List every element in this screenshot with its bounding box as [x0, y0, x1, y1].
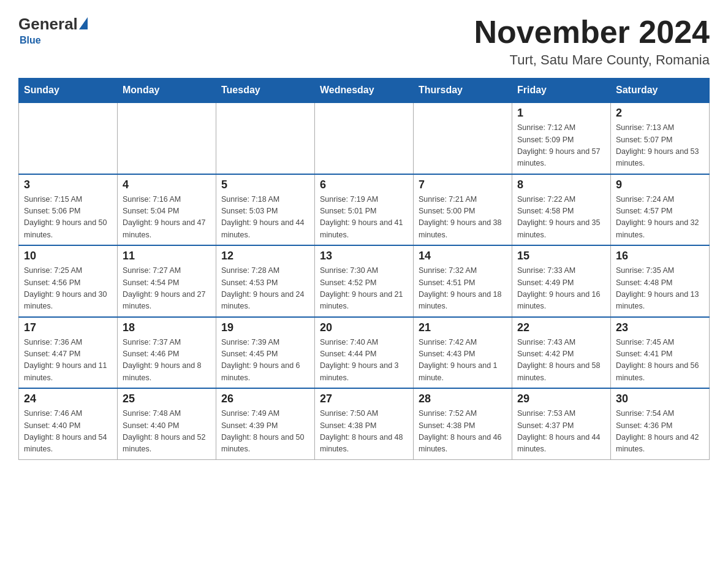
calendar-cell: 29Sunrise: 7:53 AMSunset: 4:37 PMDayligh…: [512, 388, 611, 459]
calendar-cell: 22Sunrise: 7:43 AMSunset: 4:42 PMDayligh…: [512, 317, 611, 389]
week-row-1: 1Sunrise: 7:12 AMSunset: 5:09 PMDaylight…: [19, 102, 710, 174]
day-info: Sunrise: 7:15 AMSunset: 5:06 PMDaylight:…: [24, 194, 112, 242]
day-info: Sunrise: 7:53 AMSunset: 4:37 PMDaylight:…: [517, 408, 605, 456]
day-number: 5: [221, 178, 309, 191]
day-info: Sunrise: 7:45 AMSunset: 4:41 PMDaylight:…: [616, 337, 704, 385]
day-number: 25: [123, 393, 211, 405]
day-number: 24: [24, 393, 112, 405]
calendar-header-thursday: Thursday: [414, 79, 512, 103]
calendar-cell: 23Sunrise: 7:45 AMSunset: 4:41 PMDayligh…: [611, 317, 710, 389]
calendar-cell: 12Sunrise: 7:28 AMSunset: 4:53 PMDayligh…: [216, 245, 315, 317]
day-info: Sunrise: 7:33 AMSunset: 4:49 PMDaylight:…: [517, 265, 605, 313]
day-info: Sunrise: 7:48 AMSunset: 4:40 PMDaylight:…: [123, 408, 211, 456]
calendar-cell: 19Sunrise: 7:39 AMSunset: 4:45 PMDayligh…: [216, 317, 315, 389]
calendar-cell: 30Sunrise: 7:54 AMSunset: 4:36 PMDayligh…: [611, 388, 710, 459]
day-info: Sunrise: 7:30 AMSunset: 4:52 PMDaylight:…: [320, 265, 408, 313]
day-number: 3: [24, 178, 112, 191]
day-info: Sunrise: 7:49 AMSunset: 4:39 PMDaylight:…: [221, 408, 309, 456]
calendar-cell: [315, 102, 414, 174]
calendar-cell: 21Sunrise: 7:42 AMSunset: 4:43 PMDayligh…: [414, 317, 512, 389]
day-number: 7: [419, 178, 507, 191]
calendar-header-monday: Monday: [118, 79, 216, 103]
day-number: 6: [320, 178, 408, 191]
day-number: 18: [123, 321, 211, 334]
calendar-header-wednesday: Wednesday: [315, 79, 414, 103]
calendar-cell: 6Sunrise: 7:19 AMSunset: 5:01 PMDaylight…: [315, 174, 414, 246]
calendar-table: SundayMondayTuesdayWednesdayThursdayFrid…: [18, 78, 710, 460]
calendar-cell: 3Sunrise: 7:15 AMSunset: 5:06 PMDaylight…: [19, 174, 118, 246]
calendar-cell: 1Sunrise: 7:12 AMSunset: 5:09 PMDaylight…: [512, 102, 611, 174]
day-info: Sunrise: 7:43 AMSunset: 4:42 PMDaylight:…: [517, 337, 605, 385]
calendar-header-row: SundayMondayTuesdayWednesdayThursdayFrid…: [19, 79, 710, 103]
day-number: 13: [320, 250, 408, 262]
day-info: Sunrise: 7:52 AMSunset: 4:38 PMDaylight:…: [419, 408, 507, 456]
day-info: Sunrise: 7:46 AMSunset: 4:40 PMDaylight:…: [24, 408, 112, 456]
calendar-cell: 11Sunrise: 7:27 AMSunset: 4:54 PMDayligh…: [118, 245, 216, 317]
calendar-cell: 5Sunrise: 7:18 AMSunset: 5:03 PMDaylight…: [216, 174, 315, 246]
calendar-cell: 17Sunrise: 7:36 AMSunset: 4:47 PMDayligh…: [19, 317, 118, 389]
calendar-cell: 16Sunrise: 7:35 AMSunset: 4:48 PMDayligh…: [611, 245, 710, 317]
calendar-cell: 18Sunrise: 7:37 AMSunset: 4:46 PMDayligh…: [118, 317, 216, 389]
calendar-cell: 15Sunrise: 7:33 AMSunset: 4:49 PMDayligh…: [512, 245, 611, 317]
day-info: Sunrise: 7:19 AMSunset: 5:01 PMDaylight:…: [320, 194, 408, 242]
calendar-cell: [414, 102, 512, 174]
calendar-cell: 13Sunrise: 7:30 AMSunset: 4:52 PMDayligh…: [315, 245, 414, 317]
day-number: 15: [517, 250, 605, 262]
week-row-4: 17Sunrise: 7:36 AMSunset: 4:47 PMDayligh…: [19, 317, 710, 389]
day-info: Sunrise: 7:36 AMSunset: 4:47 PMDaylight:…: [24, 337, 112, 385]
day-info: Sunrise: 7:32 AMSunset: 4:51 PMDaylight:…: [419, 265, 507, 313]
day-number: 23: [616, 321, 704, 334]
calendar-cell: [118, 102, 216, 174]
day-number: 29: [517, 393, 605, 405]
title-section: November 2024 Turt, Satu Mare County, Ro…: [474, 15, 710, 68]
day-number: 28: [419, 393, 507, 405]
day-info: Sunrise: 7:50 AMSunset: 4:38 PMDaylight:…: [320, 408, 408, 456]
day-info: Sunrise: 7:12 AMSunset: 5:09 PMDaylight:…: [517, 122, 605, 170]
day-number: 21: [419, 321, 507, 334]
location-title: Turt, Satu Mare County, Romania: [474, 52, 710, 68]
calendar-cell: 9Sunrise: 7:24 AMSunset: 4:57 PMDaylight…: [611, 174, 710, 246]
day-info: Sunrise: 7:42 AMSunset: 4:43 PMDaylight:…: [419, 337, 507, 385]
day-info: Sunrise: 7:16 AMSunset: 5:04 PMDaylight:…: [123, 194, 211, 242]
calendar-header-sunday: Sunday: [19, 79, 118, 103]
day-number: 30: [616, 393, 704, 405]
day-info: Sunrise: 7:18 AMSunset: 5:03 PMDaylight:…: [221, 194, 309, 242]
calendar-header-tuesday: Tuesday: [216, 79, 315, 103]
day-number: 2: [616, 107, 704, 120]
calendar-cell: 14Sunrise: 7:32 AMSunset: 4:51 PMDayligh…: [414, 245, 512, 317]
day-info: Sunrise: 7:25 AMSunset: 4:56 PMDaylight:…: [24, 265, 112, 313]
day-number: 8: [517, 178, 605, 191]
logo-general-text: General: [18, 15, 78, 34]
day-info: Sunrise: 7:27 AMSunset: 4:54 PMDaylight:…: [123, 265, 211, 313]
calendar-cell: 8Sunrise: 7:22 AMSunset: 4:58 PMDaylight…: [512, 174, 611, 246]
calendar-cell: 24Sunrise: 7:46 AMSunset: 4:40 PMDayligh…: [19, 388, 118, 459]
calendar-cell: 25Sunrise: 7:48 AMSunset: 4:40 PMDayligh…: [118, 388, 216, 459]
calendar-cell: 28Sunrise: 7:52 AMSunset: 4:38 PMDayligh…: [414, 388, 512, 459]
logo-blue-text: Blue: [20, 35, 41, 46]
day-number: 26: [221, 393, 309, 405]
day-number: 4: [123, 178, 211, 191]
day-number: 16: [616, 250, 704, 262]
day-info: Sunrise: 7:40 AMSunset: 4:44 PMDaylight:…: [320, 337, 408, 385]
calendar-cell: 20Sunrise: 7:40 AMSunset: 4:44 PMDayligh…: [315, 317, 414, 389]
day-number: 1: [517, 107, 605, 120]
logo-triangle-icon: [79, 17, 88, 29]
calendar-cell: [216, 102, 315, 174]
calendar-cell: 7Sunrise: 7:21 AMSunset: 5:00 PMDaylight…: [414, 174, 512, 246]
week-row-3: 10Sunrise: 7:25 AMSunset: 4:56 PMDayligh…: [19, 245, 710, 317]
day-info: Sunrise: 7:22 AMSunset: 4:58 PMDaylight:…: [517, 194, 605, 242]
calendar-cell: 2Sunrise: 7:13 AMSunset: 5:07 PMDaylight…: [611, 102, 710, 174]
calendar-cell: 10Sunrise: 7:25 AMSunset: 4:56 PMDayligh…: [19, 245, 118, 317]
day-info: Sunrise: 7:28 AMSunset: 4:53 PMDaylight:…: [221, 265, 309, 313]
day-number: 11: [123, 250, 211, 262]
day-info: Sunrise: 7:54 AMSunset: 4:36 PMDaylight:…: [616, 408, 704, 456]
day-number: 12: [221, 250, 309, 262]
week-row-5: 24Sunrise: 7:46 AMSunset: 4:40 PMDayligh…: [19, 388, 710, 459]
day-info: Sunrise: 7:35 AMSunset: 4:48 PMDaylight:…: [616, 265, 704, 313]
day-number: 17: [24, 321, 112, 334]
calendar-cell: 4Sunrise: 7:16 AMSunset: 5:04 PMDaylight…: [118, 174, 216, 246]
day-info: Sunrise: 7:39 AMSunset: 4:45 PMDaylight:…: [221, 337, 309, 385]
calendar-cell: 27Sunrise: 7:50 AMSunset: 4:38 PMDayligh…: [315, 388, 414, 459]
day-info: Sunrise: 7:37 AMSunset: 4:46 PMDaylight:…: [123, 337, 211, 385]
day-number: 20: [320, 321, 408, 334]
